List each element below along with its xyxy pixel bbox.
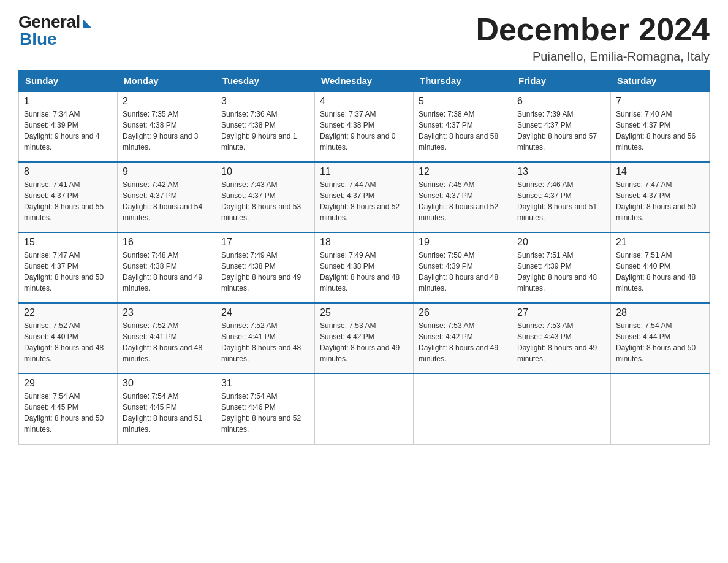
day-number: 9 xyxy=(123,166,211,177)
day-info: Sunrise: 7:49 AM Sunset: 4:38 PM Dayligh… xyxy=(221,250,309,294)
day-number: 16 xyxy=(123,237,211,248)
calendar-cell: 21 Sunrise: 7:51 AM Sunset: 4:40 PM Dayl… xyxy=(611,232,710,303)
day-info: Sunrise: 7:44 AM Sunset: 4:37 PM Dayligh… xyxy=(320,179,408,223)
title-block: December 2024 Puianello, Emilia-Romagna,… xyxy=(476,12,710,64)
day-number: 2 xyxy=(123,96,211,107)
calendar-header-monday: Monday xyxy=(118,71,216,92)
day-info: Sunrise: 7:54 AM Sunset: 4:46 PM Dayligh… xyxy=(221,391,309,435)
day-info: Sunrise: 7:46 AM Sunset: 4:37 PM Dayligh… xyxy=(517,179,605,223)
calendar-header-thursday: Thursday xyxy=(414,71,512,92)
day-info: Sunrise: 7:53 AM Sunset: 4:43 PM Dayligh… xyxy=(517,320,605,364)
calendar-cell: 18 Sunrise: 7:49 AM Sunset: 4:38 PM Dayl… xyxy=(315,232,414,303)
calendar-cell: 13 Sunrise: 7:46 AM Sunset: 4:37 PM Dayl… xyxy=(512,162,611,232)
day-info: Sunrise: 7:47 AM Sunset: 4:37 PM Dayligh… xyxy=(24,250,112,294)
day-number: 29 xyxy=(24,378,112,389)
calendar-cell: 27 Sunrise: 7:53 AM Sunset: 4:43 PM Dayl… xyxy=(512,303,611,373)
day-number: 31 xyxy=(221,378,309,389)
day-info: Sunrise: 7:40 AM Sunset: 4:37 PM Dayligh… xyxy=(616,109,704,153)
calendar-cell: 9 Sunrise: 7:42 AM Sunset: 4:37 PM Dayli… xyxy=(118,162,216,232)
calendar-header-saturday: Saturday xyxy=(611,71,710,92)
location-title: Puianello, Emilia-Romagna, Italy xyxy=(476,50,710,64)
calendar-cell: 10 Sunrise: 7:43 AM Sunset: 4:37 PM Dayl… xyxy=(216,162,315,232)
day-number: 27 xyxy=(517,307,605,318)
calendar-cell: 8 Sunrise: 7:41 AM Sunset: 4:37 PM Dayli… xyxy=(19,162,118,232)
day-number: 21 xyxy=(616,237,704,248)
calendar-cell: 29 Sunrise: 7:54 AM Sunset: 4:45 PM Dayl… xyxy=(19,373,118,444)
day-number: 15 xyxy=(24,237,112,248)
calendar-header-row: SundayMondayTuesdayWednesdayThursdayFrid… xyxy=(19,71,710,92)
calendar-cell xyxy=(315,373,414,444)
day-number: 17 xyxy=(221,237,309,248)
calendar-cell: 1 Sunrise: 7:34 AM Sunset: 4:39 PM Dayli… xyxy=(19,91,118,162)
calendar-cell xyxy=(414,373,512,444)
calendar-cell: 28 Sunrise: 7:54 AM Sunset: 4:44 PM Dayl… xyxy=(611,303,710,373)
calendar-cell: 14 Sunrise: 7:47 AM Sunset: 4:37 PM Dayl… xyxy=(611,162,710,232)
calendar-cell: 24 Sunrise: 7:52 AM Sunset: 4:41 PM Dayl… xyxy=(216,303,315,373)
calendar-cell: 23 Sunrise: 7:52 AM Sunset: 4:41 PM Dayl… xyxy=(118,303,216,373)
day-info: Sunrise: 7:54 AM Sunset: 4:45 PM Dayligh… xyxy=(123,391,211,435)
day-info: Sunrise: 7:39 AM Sunset: 4:37 PM Dayligh… xyxy=(517,109,605,153)
calendar-cell: 19 Sunrise: 7:50 AM Sunset: 4:39 PM Dayl… xyxy=(414,232,512,303)
day-number: 20 xyxy=(517,237,605,248)
day-number: 28 xyxy=(616,307,704,318)
calendar-cell: 26 Sunrise: 7:53 AM Sunset: 4:42 PM Dayl… xyxy=(414,303,512,373)
calendar-cell: 5 Sunrise: 7:38 AM Sunset: 4:37 PM Dayli… xyxy=(414,91,512,162)
calendar-week-row: 8 Sunrise: 7:41 AM Sunset: 4:37 PM Dayli… xyxy=(19,162,710,232)
calendar-cell: 30 Sunrise: 7:54 AM Sunset: 4:45 PM Dayl… xyxy=(118,373,216,444)
calendar-cell: 15 Sunrise: 7:47 AM Sunset: 4:37 PM Dayl… xyxy=(19,232,118,303)
day-info: Sunrise: 7:49 AM Sunset: 4:38 PM Dayligh… xyxy=(320,250,408,294)
calendar-header-sunday: Sunday xyxy=(19,71,118,92)
day-info: Sunrise: 7:52 AM Sunset: 4:41 PM Dayligh… xyxy=(221,320,309,364)
day-info: Sunrise: 7:52 AM Sunset: 4:41 PM Dayligh… xyxy=(123,320,211,364)
day-info: Sunrise: 7:37 AM Sunset: 4:38 PM Dayligh… xyxy=(320,109,408,153)
logo: General Blue xyxy=(18,12,91,49)
calendar-cell: 20 Sunrise: 7:51 AM Sunset: 4:39 PM Dayl… xyxy=(512,232,611,303)
day-number: 8 xyxy=(24,166,112,177)
day-number: 4 xyxy=(320,96,408,107)
day-number: 13 xyxy=(517,166,605,177)
calendar-cell: 7 Sunrise: 7:40 AM Sunset: 4:37 PM Dayli… xyxy=(611,91,710,162)
calendar-week-row: 1 Sunrise: 7:34 AM Sunset: 4:39 PM Dayli… xyxy=(19,91,710,162)
calendar-header-tuesday: Tuesday xyxy=(216,71,315,92)
day-info: Sunrise: 7:47 AM Sunset: 4:37 PM Dayligh… xyxy=(616,179,704,223)
calendar-cell: 12 Sunrise: 7:45 AM Sunset: 4:37 PM Dayl… xyxy=(414,162,512,232)
day-info: Sunrise: 7:51 AM Sunset: 4:40 PM Dayligh… xyxy=(616,250,704,294)
day-number: 26 xyxy=(419,307,507,318)
calendar-cell: 16 Sunrise: 7:48 AM Sunset: 4:38 PM Dayl… xyxy=(118,232,216,303)
calendar-table: SundayMondayTuesdayWednesdayThursdayFrid… xyxy=(18,70,710,445)
calendar-cell: 6 Sunrise: 7:39 AM Sunset: 4:37 PM Dayli… xyxy=(512,91,611,162)
day-number: 1 xyxy=(24,96,112,107)
logo-triangle-icon xyxy=(83,19,91,28)
day-info: Sunrise: 7:54 AM Sunset: 4:45 PM Dayligh… xyxy=(24,391,112,435)
day-number: 30 xyxy=(123,378,211,389)
day-number: 7 xyxy=(616,96,704,107)
calendar-week-row: 15 Sunrise: 7:47 AM Sunset: 4:37 PM Dayl… xyxy=(19,232,710,303)
day-info: Sunrise: 7:41 AM Sunset: 4:37 PM Dayligh… xyxy=(24,179,112,223)
calendar-header-friday: Friday xyxy=(512,71,611,92)
logo-blue-text: Blue xyxy=(20,29,57,49)
calendar-cell: 31 Sunrise: 7:54 AM Sunset: 4:46 PM Dayl… xyxy=(216,373,315,444)
calendar-cell: 22 Sunrise: 7:52 AM Sunset: 4:40 PM Dayl… xyxy=(19,303,118,373)
day-info: Sunrise: 7:50 AM Sunset: 4:39 PM Dayligh… xyxy=(419,250,507,294)
day-info: Sunrise: 7:48 AM Sunset: 4:38 PM Dayligh… xyxy=(123,250,211,294)
day-info: Sunrise: 7:42 AM Sunset: 4:37 PM Dayligh… xyxy=(123,179,211,223)
day-number: 10 xyxy=(221,166,309,177)
day-info: Sunrise: 7:38 AM Sunset: 4:37 PM Dayligh… xyxy=(419,109,507,153)
day-number: 3 xyxy=(221,96,309,107)
month-title: December 2024 xyxy=(476,12,710,47)
day-info: Sunrise: 7:43 AM Sunset: 4:37 PM Dayligh… xyxy=(221,179,309,223)
day-info: Sunrise: 7:51 AM Sunset: 4:39 PM Dayligh… xyxy=(517,250,605,294)
calendar-cell: 3 Sunrise: 7:36 AM Sunset: 4:38 PM Dayli… xyxy=(216,91,315,162)
day-info: Sunrise: 7:53 AM Sunset: 4:42 PM Dayligh… xyxy=(419,320,507,364)
calendar-cell xyxy=(611,373,710,444)
day-number: 11 xyxy=(320,166,408,177)
day-number: 12 xyxy=(419,166,507,177)
day-info: Sunrise: 7:52 AM Sunset: 4:40 PM Dayligh… xyxy=(24,320,112,364)
page-header: General Blue December 2024 Puianello, Em… xyxy=(18,12,710,64)
day-number: 5 xyxy=(419,96,507,107)
calendar-cell: 25 Sunrise: 7:53 AM Sunset: 4:42 PM Dayl… xyxy=(315,303,414,373)
calendar-cell: 17 Sunrise: 7:49 AM Sunset: 4:38 PM Dayl… xyxy=(216,232,315,303)
calendar-week-row: 29 Sunrise: 7:54 AM Sunset: 4:45 PM Dayl… xyxy=(19,373,710,444)
calendar-cell xyxy=(512,373,611,444)
day-info: Sunrise: 7:35 AM Sunset: 4:38 PM Dayligh… xyxy=(123,109,211,153)
